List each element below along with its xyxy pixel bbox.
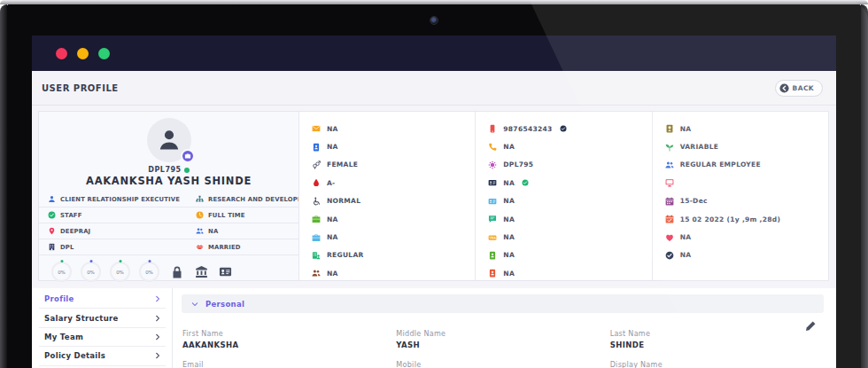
camera-upload-button[interactable] <box>181 149 195 163</box>
detail-value: 15-Dec <box>680 197 708 205</box>
chevron-right-icon <box>154 315 161 322</box>
progress-ring-value: 0% <box>116 270 124 275</box>
profile-card-footer: 0%0%0%0% <box>39 254 298 289</box>
birthday-icon <box>665 197 674 206</box>
lock-icon[interactable] <box>170 265 184 279</box>
personal-accordion-title: Personal <box>205 300 244 309</box>
field-value: YASH <box>396 341 609 349</box>
laptop-frame: USER PROFILE BACK DPL795 <box>0 0 868 368</box>
detail-value: 9876543243 <box>503 125 552 133</box>
profile-attribute-label: NA <box>208 228 218 235</box>
detail-column-1: NANAFEMALEA-NORMALNANAREGULARNA <box>299 112 475 280</box>
profile-attribute-label: FULL TIME <box>208 212 245 219</box>
sidebar-item-label: My Team <box>44 333 83 341</box>
progress-ring: 0% <box>139 262 159 282</box>
aadhaar-card-icon <box>488 197 497 206</box>
sidebar-item-profile[interactable]: Profile <box>39 290 166 309</box>
detail-value: DPL795 <box>503 161 533 168</box>
profile-summary-section: DPL795 AAKANKSHA YASH SHINDE CLIENT RELA… <box>38 111 829 281</box>
detail-value: NA <box>327 215 338 223</box>
pan-card-icon <box>488 178 497 187</box>
laptop-top-edge <box>0 0 868 4</box>
field-label: Display Name <box>610 361 824 368</box>
detail-row: NA <box>488 264 647 282</box>
detail-row: NA <box>312 120 471 137</box>
back-button[interactable]: BACK <box>775 80 823 97</box>
maximize-dot-icon[interactable] <box>98 48 110 59</box>
location-icon <box>48 227 56 235</box>
screenshot-stage: USER PROFILE BACK DPL795 <box>0 0 868 368</box>
sidebar-item-label: Salary Structure <box>44 314 119 323</box>
progress-ring-value: 0% <box>145 270 153 275</box>
browser-titlebar <box>32 35 836 71</box>
detail-row: 9876543243 <box>488 120 647 137</box>
detail-column-3: NAVARIABLEREGULAR EMPLOYEE15-Dec15 02 20… <box>652 112 828 280</box>
close-dot-icon[interactable] <box>56 48 67 59</box>
progress-ring-dot <box>89 260 92 262</box>
progress-ring-dot <box>119 260 121 262</box>
detail-value: NORMAL <box>327 197 360 205</box>
minimize-dot-icon[interactable] <box>77 48 89 59</box>
detail-row: NA <box>488 228 647 246</box>
briefcase-blue-icon <box>312 233 321 242</box>
progress-ring: 0% <box>81 262 101 282</box>
chat-icon <box>488 215 497 223</box>
blood-group-icon <box>312 178 321 187</box>
chevron-right-icon <box>154 333 161 341</box>
detail-column-2: 9876543243NADPL795NANANANANANA <box>475 112 651 280</box>
page-title: USER PROFILE <box>42 83 119 93</box>
verified-check-icon <box>522 179 529 186</box>
employee-category-icon <box>312 251 321 260</box>
progress-ring: 0% <box>110 262 130 282</box>
edit-pencil-icon[interactable] <box>805 320 817 332</box>
gender-icon <box>312 161 321 169</box>
progress-ring-value: 0% <box>87 270 95 275</box>
detail-row: A- <box>312 174 471 192</box>
award-icon <box>665 124 674 133</box>
detail-value: 15 02 2022 (1y ,9m ,28d) <box>680 215 781 223</box>
detail-row: 15-Dec <box>665 192 825 210</box>
back-arrow-icon <box>779 83 789 93</box>
detail-row: NA <box>312 228 471 246</box>
email-icon <box>312 124 321 133</box>
department-icon <box>196 195 204 203</box>
personal-accordion-header[interactable]: Personal <box>182 294 824 313</box>
detail-value: NA <box>503 179 515 187</box>
detail-value: NA <box>680 251 692 259</box>
field-label: Email <box>182 361 396 368</box>
bank-icon[interactable] <box>195 265 208 278</box>
detail-row: NA <box>312 264 471 282</box>
detail-row <box>665 174 825 192</box>
id-card-icon[interactable] <box>219 265 232 278</box>
detail-row: NA <box>488 137 647 155</box>
detail-row: NA <box>665 247 825 264</box>
heart-icon <box>665 233 674 242</box>
detail-value: NA <box>327 125 338 133</box>
field-label: Mobile <box>396 361 609 368</box>
detail-row: REGULAR EMPLOYEE <box>665 156 825 174</box>
sidebar-item-salary-structure[interactable]: Salary Structure <box>39 309 166 327</box>
personal-field: Last NameSHINDE <box>610 330 824 349</box>
briefcase-green-icon <box>312 215 321 223</box>
sidebar-item-my-team[interactable]: My Team <box>39 328 166 347</box>
profile-attribute-label: DEEPRAJ <box>60 228 90 235</box>
detail-value: NA <box>503 251 515 259</box>
sidebar-item-label: Profile <box>44 294 74 303</box>
profile-attribute-label: DPL <box>60 244 74 251</box>
chevron-right-icon <box>154 352 161 359</box>
profile-attribute-label: CLIENT RELATIONSHIP EXECUTIVE <box>60 196 180 203</box>
laptop-left-edge <box>0 4 7 368</box>
personal-field: Middle NameYASH <box>396 330 609 349</box>
attribute-grid: CLIENT RELATIONSHIP EXECUTIVERESEARCH AN… <box>39 192 298 254</box>
chevron-down-icon <box>191 301 198 308</box>
field-label: Last Name <box>610 330 824 338</box>
personal-field: Email <box>182 361 396 368</box>
field-label: First Name <box>182 330 396 338</box>
profile-attribute: DEEPRAJ <box>39 223 187 239</box>
mobile-icon <box>488 124 497 133</box>
sidebar-item-policy-details[interactable]: Policy Details <box>39 347 166 365</box>
uan-badge-icon <box>488 233 497 242</box>
users-brown-icon <box>312 269 321 278</box>
biometric-id-icon <box>488 161 497 169</box>
profile-sidebar: ProfileSalary StructureMy TeamPolicy Det… <box>32 288 172 368</box>
